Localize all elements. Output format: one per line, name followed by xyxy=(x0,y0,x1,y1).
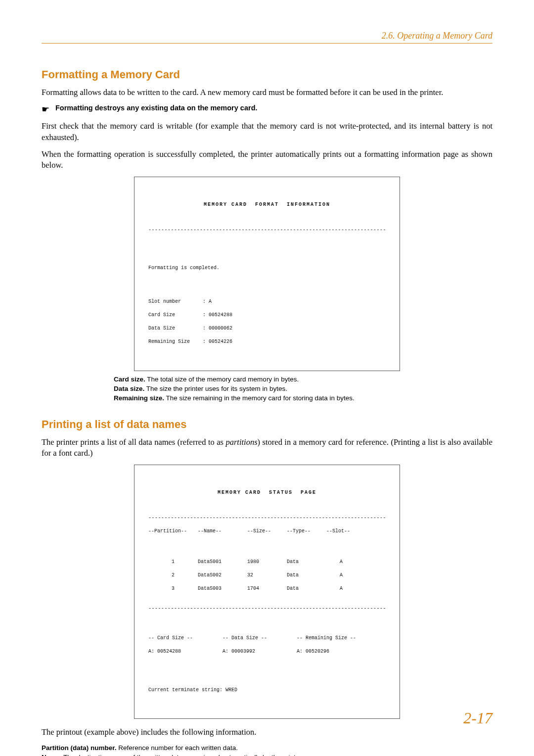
caption-key: Remaining size. xyxy=(114,394,164,402)
para-format-intro: Formatting allows data to be written to … xyxy=(42,87,492,98)
printout-val: : 00524288 xyxy=(203,312,232,318)
printout-status-page: MEMORY CARD STATUS PAGE ----------------… xyxy=(134,465,400,719)
terminate-string: Current terminate string: WRED xyxy=(148,687,386,694)
def-key: Name. xyxy=(42,754,62,756)
table-row: 1DataS0011980DataA xyxy=(148,559,386,566)
warning-row: ☛ Formatting destroys any existing data … xyxy=(42,104,492,115)
page-header: 2.6. Operating a Memory Card xyxy=(42,31,492,44)
col-name: --Name-- xyxy=(198,528,247,535)
printout-row: Data Size: 00000062 xyxy=(148,325,386,332)
caption-key: Data size. xyxy=(114,385,144,392)
cell: DataS003 xyxy=(198,585,247,592)
page: 2.6. Operating a Memory Card Formatting … xyxy=(0,0,534,756)
cell: A: 00003992 xyxy=(222,648,297,655)
cell: A: 00524288 xyxy=(148,648,222,655)
caption-key: Card size. xyxy=(114,376,145,383)
printout-header-row: --Partition----Name----Size----Type----S… xyxy=(148,528,386,535)
printout-row: Slot number: A xyxy=(148,298,386,305)
cell: 2 xyxy=(148,572,198,579)
printout-row: Card Size: 00524288 xyxy=(148,312,386,319)
cell: A: 00520296 xyxy=(297,648,371,655)
printout-line-complete: Formatting is completed. xyxy=(148,265,386,272)
cell: -- Card Size -- xyxy=(148,635,222,642)
cell: 32 xyxy=(247,572,287,579)
breadcrumb: 2.6. Operating a Memory Card xyxy=(382,31,492,41)
cell: DataS002 xyxy=(198,572,247,579)
printout-row: Remaining Size: 00524226 xyxy=(148,338,386,345)
col-size: --Size-- xyxy=(247,528,287,535)
caption-line: Card size. The total size of the memory … xyxy=(114,375,420,384)
para-print-intro: The printer prints a list of all data na… xyxy=(42,437,492,459)
cell: 3 xyxy=(148,585,198,592)
cell: 1704 xyxy=(247,585,287,592)
printout-key: Data Size xyxy=(148,325,203,332)
def-key: Partition (data) number. xyxy=(42,744,117,752)
caption-line: Data size. The size the printer uses for… xyxy=(114,384,420,394)
table-row: 3DataS0031704DataA xyxy=(148,585,386,592)
divider-icon: ----------------------------------------… xyxy=(148,227,386,234)
caption-line: Remaining size. The size remaining in th… xyxy=(114,394,420,403)
para-format-result: When the formatting operation is success… xyxy=(42,149,492,171)
cell: -- Remaining Size -- xyxy=(297,635,371,642)
cell: 1980 xyxy=(247,559,287,566)
para-includes: The printout (example above) includes th… xyxy=(42,727,492,738)
cell: A xyxy=(326,572,356,579)
divider-icon: ----------------------------------------… xyxy=(148,605,386,612)
table-row: 2DataS00232DataA xyxy=(148,572,386,579)
para-fragment: The printer prints a list of all data na… xyxy=(42,437,225,447)
cell: Data xyxy=(287,585,326,592)
def-line: Name. The destination name of the writte… xyxy=(42,753,492,756)
heading-printing-list: Printing a list of data names xyxy=(42,418,492,431)
cell: Data xyxy=(287,572,326,579)
footer-values: A: 00524288A: 00003992A: 00520296 xyxy=(148,648,386,655)
printout-val: : A xyxy=(203,299,212,304)
printout-val: : 00000062 xyxy=(203,326,232,331)
printout-key: Remaining Size xyxy=(148,338,203,345)
def-line: Partition (data) number. Reference numbe… xyxy=(42,744,492,753)
cell: 1 xyxy=(148,559,198,566)
hand-pointing-icon: ☛ xyxy=(42,104,49,115)
def-val: Reference number for each written data. xyxy=(117,744,238,752)
col-slot: --Slot-- xyxy=(326,528,356,535)
printout-val: : 00524226 xyxy=(203,339,232,344)
definitions-block: Partition (data) number. Reference numbe… xyxy=(42,744,492,756)
caption-val: The size remaining in the memory card fo… xyxy=(164,394,355,402)
page-number: 2-17 xyxy=(463,709,492,727)
def-val: The destination name of the written data… xyxy=(62,754,303,756)
caption-val: The total size of the memory card memory… xyxy=(145,376,299,383)
cell: -- Data Size -- xyxy=(222,635,297,642)
para-italic: partitions xyxy=(225,437,257,447)
heading-formatting: Formatting a Memory Card xyxy=(42,68,492,81)
cell: Data xyxy=(287,559,326,566)
footer-labels: -- Card Size ---- Data Size ---- Remaini… xyxy=(148,635,386,642)
col-partition: --Partition-- xyxy=(148,528,198,535)
cell: DataS001 xyxy=(198,559,247,566)
para-format-check: First check that the memory card is writ… xyxy=(42,121,492,143)
cell: A xyxy=(326,585,356,592)
printout-format-info: MEMORY CARD FORMAT INFORMATION ---------… xyxy=(134,177,400,371)
printout-key: Card Size xyxy=(148,312,203,319)
caption-val: The size the printer uses for its system… xyxy=(144,385,287,392)
printout-title: MEMORY CARD STATUS PAGE xyxy=(148,489,386,496)
printout-title: MEMORY CARD FORMAT INFORMATION xyxy=(148,201,386,208)
cell: A xyxy=(326,559,356,566)
col-type: --Type-- xyxy=(287,528,326,535)
warning-text: Formatting destroys any existing data on… xyxy=(55,104,258,112)
caption-format: Card size. The total size of the memory … xyxy=(114,375,420,403)
divider-icon: ----------------------------------------… xyxy=(148,515,386,521)
printout-key: Slot number xyxy=(148,298,203,305)
